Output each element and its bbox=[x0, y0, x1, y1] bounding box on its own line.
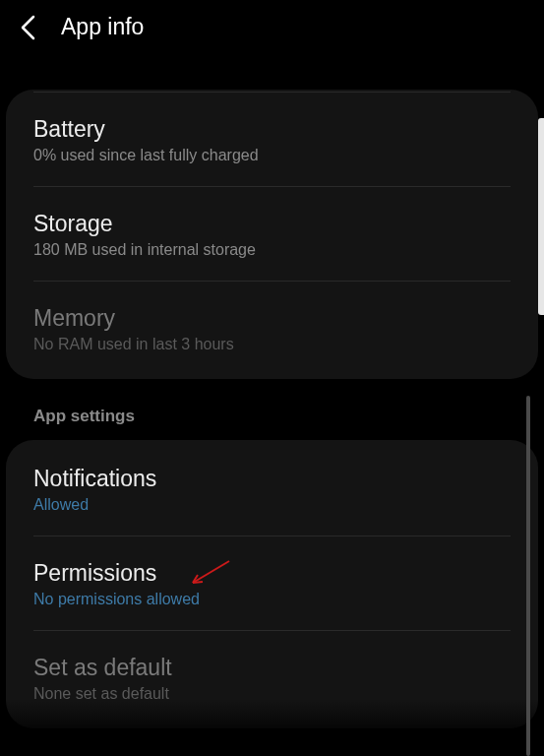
scroll-indicator[interactable] bbox=[526, 396, 530, 756]
battery-subtitle: 0% used since last fully charged bbox=[33, 147, 511, 164]
memory-item[interactable]: Memory No RAM used in last 3 hours bbox=[33, 282, 511, 379]
memory-subtitle: No RAM used in last 3 hours bbox=[33, 336, 511, 353]
storage-title: Storage bbox=[33, 211, 511, 237]
battery-title: Battery bbox=[33, 116, 511, 143]
permissions-item[interactable]: Permissions No permissions allowed bbox=[33, 536, 511, 631]
app-bar: App info bbox=[0, 0, 544, 54]
section-header: App settings bbox=[0, 379, 544, 440]
permissions-title: Permissions bbox=[33, 560, 511, 587]
set-default-title: Set as default bbox=[33, 655, 511, 681]
memory-title: Memory bbox=[33, 305, 511, 332]
scroll-edge-indicator bbox=[538, 118, 544, 315]
set-default-item[interactable]: Set as default None set as default bbox=[33, 631, 511, 728]
permissions-subtitle: No permissions allowed bbox=[33, 591, 511, 608]
notifications-title: Notifications bbox=[33, 466, 511, 492]
notifications-subtitle: Allowed bbox=[33, 496, 511, 514]
battery-item[interactable]: Battery 0% used since last fully charged bbox=[33, 93, 511, 187]
storage-item[interactable]: Storage 180 MB used in internal storage bbox=[33, 187, 511, 282]
usage-card: Battery 0% used since last fully charged… bbox=[6, 90, 538, 379]
set-default-subtitle: None set as default bbox=[33, 685, 511, 703]
back-icon[interactable] bbox=[18, 17, 39, 38]
storage-subtitle: 180 MB used in internal storage bbox=[33, 241, 511, 259]
settings-card: Notifications Allowed Permissions No per… bbox=[6, 440, 538, 728]
page-title: App info bbox=[61, 14, 144, 40]
notifications-item[interactable]: Notifications Allowed bbox=[33, 442, 511, 536]
